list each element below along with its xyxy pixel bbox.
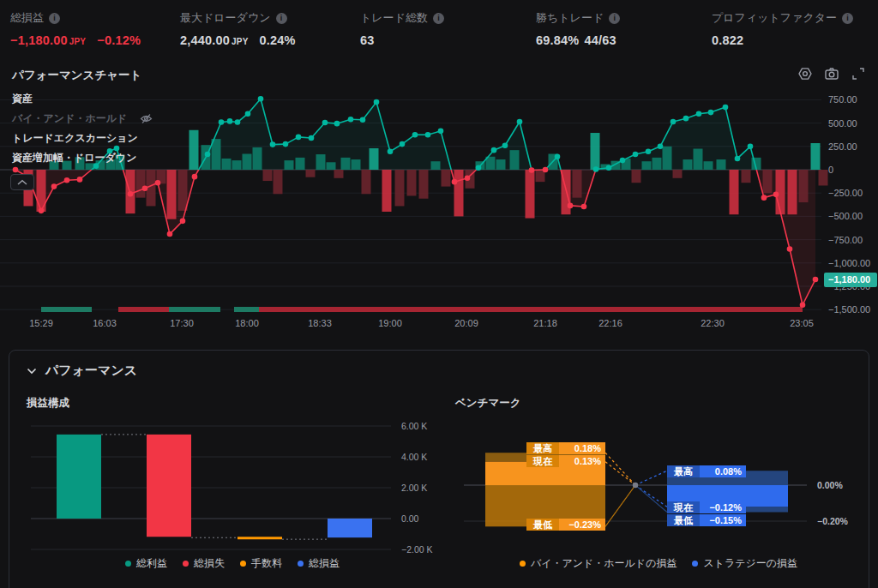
svg-text:0: 0 bbox=[828, 165, 833, 175]
svg-text:−0.12%: −0.12% bbox=[709, 502, 742, 513]
stat-label: 総損益 bbox=[10, 10, 44, 26]
benchmark-legend: バイ・アンド・ホールドの損益 ストラテジーの損益 bbox=[447, 556, 870, 571]
svg-text:500.00: 500.00 bbox=[828, 118, 857, 129]
svg-text:21:18: 21:18 bbox=[533, 318, 557, 328]
svg-text:最高: 最高 bbox=[673, 466, 693, 477]
svg-text:−1,000.00: −1,000.00 bbox=[828, 258, 870, 268]
legend-strategy-pnl[interactable]: ストラテジーの損益 bbox=[692, 556, 797, 571]
svg-text:23:05: 23:05 bbox=[790, 318, 814, 328]
svg-text:6.00 K: 6.00 K bbox=[401, 421, 427, 431]
stat-max-drawdown: 最大ドローダウンi 2,440.00JPY0.24% bbox=[180, 10, 296, 47]
svg-text:0.08%: 0.08% bbox=[715, 466, 742, 477]
legend-buy-hold-pnl[interactable]: バイ・アンド・ホールドの損益 bbox=[520, 556, 677, 571]
stat-winning-trades: 勝ちトレードi 69.84%44/63 bbox=[536, 10, 620, 47]
performance-panel-header[interactable]: パフォーマンス bbox=[27, 363, 137, 379]
svg-text:0.00: 0.00 bbox=[401, 513, 419, 524]
svg-text:16:03: 16:03 bbox=[93, 318, 117, 328]
svg-text:−1,500.00: −1,500.00 bbox=[828, 304, 870, 315]
legend-commission[interactable]: 手数料 bbox=[240, 556, 282, 571]
eye-off-icon[interactable] bbox=[139, 112, 153, 125]
stat-total-trades: トレード総数i 63 bbox=[360, 10, 444, 47]
svg-text:15:29: 15:29 bbox=[29, 318, 53, 328]
info-icon[interactable]: i bbox=[609, 13, 620, 24]
info-icon[interactable]: i bbox=[49, 13, 60, 24]
svg-text:17:30: 17:30 bbox=[170, 318, 194, 328]
pnl-composition-title: 損益構成 bbox=[27, 396, 69, 411]
performance-chart-section: パフォーマンスチャート 750.00500.00250.000−250.00−5… bbox=[0, 60, 878, 350]
svg-text:22:30: 22:30 bbox=[701, 318, 725, 328]
info-icon[interactable]: i bbox=[276, 13, 287, 24]
performance-panel-title: パフォーマンス bbox=[45, 363, 137, 379]
legend-gross-loss[interactable]: 総損失 bbox=[183, 556, 225, 571]
legend-item-buy-and-hold[interactable]: バイ・アンド・ホールド bbox=[12, 109, 153, 129]
svg-text:2.00 K: 2.00 K bbox=[401, 483, 427, 493]
svg-text:0.13%: 0.13% bbox=[574, 456, 601, 466]
stat-label: プロフィットファクター bbox=[712, 10, 837, 26]
svg-text:−750.00: −750.00 bbox=[828, 235, 863, 245]
svg-text:−500.00: −500.00 bbox=[828, 211, 863, 221]
svg-text:最高: 最高 bbox=[532, 443, 552, 453]
stat-label: 最大ドローダウン bbox=[180, 10, 271, 26]
stat-value: 0.822 bbox=[712, 33, 853, 47]
svg-text:−0.20%: −0.20% bbox=[817, 516, 849, 526]
svg-text:250.00: 250.00 bbox=[828, 141, 857, 152]
stat-value: 69.84%44/63 bbox=[536, 33, 620, 47]
svg-text:18:33: 18:33 bbox=[308, 318, 332, 328]
stat-total-pnl: 総損益i −1,180.00JPY−0.12% bbox=[10, 10, 141, 47]
chevron-up-icon bbox=[16, 179, 28, 186]
svg-text:現在: 現在 bbox=[673, 502, 694, 513]
svg-text:4.00 K: 4.00 K bbox=[401, 452, 427, 462]
svg-text:−0.23%: −0.23% bbox=[568, 519, 601, 530]
info-icon[interactable]: i bbox=[842, 13, 853, 24]
stat-value: 2,440.00JPY0.24% bbox=[180, 33, 296, 47]
svg-text:0.00%: 0.00% bbox=[817, 480, 843, 490]
svg-text:19:00: 19:00 bbox=[378, 318, 402, 328]
svg-text:0.18%: 0.18% bbox=[574, 443, 601, 453]
benchmark-chart: 0.00%−0.20%最高0.18%現在0.13%最低−0.23%最高0.08%… bbox=[447, 416, 870, 579]
stat-profit-factor: プロフィットファクターi 0.822 bbox=[712, 10, 853, 47]
svg-text:18:00: 18:00 bbox=[235, 318, 259, 328]
collapse-legend-button[interactable] bbox=[10, 174, 34, 190]
svg-text:−0.15%: −0.15% bbox=[709, 515, 742, 525]
legend-item-equity[interactable]: 資産 bbox=[12, 89, 153, 109]
svg-text:最低: 最低 bbox=[673, 515, 694, 525]
legend-gross-profit[interactable]: 総利益 bbox=[125, 556, 167, 571]
svg-text:22:16: 22:16 bbox=[598, 318, 622, 328]
performance-panel: パフォーマンス 損益構成 6.00 K4.00 K2.00 K0.00−2.00… bbox=[9, 350, 869, 588]
chevron-down-icon bbox=[27, 368, 37, 375]
stat-label: トレード総数 bbox=[360, 10, 428, 26]
svg-text:20:09: 20:09 bbox=[454, 318, 478, 328]
svg-text:−2.00 K: −2.00 K bbox=[401, 544, 433, 555]
info-icon[interactable]: i bbox=[433, 13, 444, 24]
svg-text:現在: 現在 bbox=[532, 456, 553, 466]
benchmark-title: ベンチマーク bbox=[455, 396, 520, 411]
legend-item-equity-increment-drawdown[interactable]: 資産増加幅・ドローダウン bbox=[12, 148, 153, 168]
pnl-legend: 総利益 総損失 手数料 総損益 bbox=[18, 556, 447, 571]
svg-text:750.00: 750.00 bbox=[828, 94, 857, 105]
chart-legend: 資産 バイ・アンド・ホールド トレードエクスカーション 資産増加幅・ドローダウン bbox=[12, 89, 153, 168]
svg-text:−250.00: −250.00 bbox=[828, 188, 863, 198]
stat-value: 63 bbox=[360, 33, 444, 47]
stat-value: −1,180.00JPY−0.12% bbox=[10, 33, 141, 47]
svg-text:−1,180.00: −1,180.00 bbox=[828, 274, 870, 285]
svg-text:最低: 最低 bbox=[532, 519, 553, 530]
stat-label: 勝ちトレード bbox=[536, 10, 604, 26]
legend-item-trade-excursion[interactable]: トレードエクスカーション bbox=[12, 129, 153, 148]
legend-net-pnl[interactable]: 総損益 bbox=[298, 556, 340, 571]
stats-bar: 総損益i −1,180.00JPY−0.12% 最大ドローダウンi 2,440.… bbox=[0, 0, 878, 60]
